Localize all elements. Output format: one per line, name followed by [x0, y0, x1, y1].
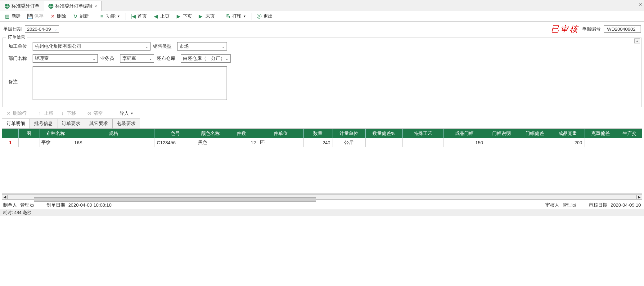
- cell-no[interactable]: 1: [2, 138, 19, 147]
- cell-width_desc[interactable]: [485, 138, 518, 147]
- doc-date-input[interactable]: 2020-04-09 ⌄: [25, 25, 59, 33]
- new-label: 新建: [11, 13, 21, 19]
- dept-combo[interactable]: 经理室 ⌄: [33, 54, 98, 63]
- new-icon: ▤: [4, 14, 10, 19]
- column-header[interactable]: 门幅偏差: [518, 129, 551, 138]
- detail-tab-0[interactable]: 订单明细: [2, 118, 30, 128]
- warehouse-combo[interactable]: 白坯仓库（一分厂） ⌄: [181, 54, 231, 63]
- cell-cloth_name[interactable]: 平纹: [39, 138, 72, 147]
- separator: [32, 110, 32, 117]
- refresh-icon: ↻: [72, 14, 78, 19]
- move-down-label: 下移: [67, 110, 76, 116]
- print-button[interactable]: 🖶 打印 ▼: [223, 12, 249, 20]
- column-header[interactable]: 计量单位: [332, 129, 365, 138]
- print-label: 打印: [232, 13, 241, 19]
- column-header[interactable]: 件数: [225, 129, 258, 138]
- table-row[interactable]: 1平纹16SC123456黑色12匹240公斤150200: [2, 138, 642, 147]
- first-page-button[interactable]: |◀ 首页: [128, 12, 149, 20]
- cell-delivery[interactable]: [617, 138, 642, 147]
- window-close-icon[interactable]: ×: [639, 1, 642, 8]
- column-header[interactable]: 色号: [155, 129, 196, 138]
- exit-button[interactable]: ⓧ 退出: [254, 12, 275, 20]
- column-header[interactable]: [2, 129, 19, 138]
- delete-label: 删除: [57, 13, 66, 19]
- last-icon: ▶|: [198, 14, 204, 19]
- chevron-down-icon: ⌄: [222, 44, 225, 49]
- clear-icon: ⊘: [86, 111, 92, 116]
- next-label: 下页: [183, 13, 192, 19]
- column-header[interactable]: 克重偏差: [584, 129, 617, 138]
- prev-page-button[interactable]: ◀ 上页: [151, 12, 172, 20]
- warehouse-value: 白坯仓库（一分厂）: [183, 56, 225, 61]
- column-header[interactable]: 生产交: [617, 129, 642, 138]
- tab-edit[interactable]: 标准委外订单编辑 ×: [44, 1, 102, 11]
- cell-img[interactable]: [19, 138, 39, 147]
- tab-list[interactable]: 标准委外订单: [0, 1, 44, 11]
- detail-tab-3[interactable]: 其它要求: [85, 118, 113, 128]
- prev-icon: ◀: [153, 14, 159, 19]
- scroll-thumb[interactable]: [34, 197, 316, 202]
- move-down-button: ↓ 下移: [57, 109, 79, 117]
- cell-piece_unit[interactable]: 匹: [258, 138, 303, 147]
- clear-button: ⊘ 清空: [84, 109, 105, 117]
- salesman-combo[interactable]: 李延军 ⌄: [120, 54, 154, 63]
- function-button[interactable]: ≡ 功能 ▼: [97, 12, 123, 20]
- scroll-left-icon[interactable]: ◀: [2, 195, 8, 199]
- column-header[interactable]: 门幅说明: [485, 129, 518, 138]
- auditor-label: 审核人: [545, 202, 559, 208]
- remark-textarea[interactable]: [33, 66, 227, 100]
- grid-toolbar: ✕ 删除行 ↑ 上移 ↓ 下移 ⊘ 清空 导入 ▼: [0, 108, 644, 118]
- column-header[interactable]: 规格: [72, 129, 155, 138]
- cell-special[interactable]: [403, 138, 444, 147]
- doc-date-label: 单据日期: [3, 26, 22, 32]
- column-header[interactable]: 布种名称: [39, 129, 72, 138]
- panel-collapse-button[interactable]: «: [634, 38, 640, 43]
- cell-weight[interactable]: 200: [551, 138, 584, 147]
- column-header[interactable]: 数量: [304, 129, 332, 138]
- cell-qty[interactable]: 240: [304, 138, 332, 147]
- auditor-value: 管理员: [562, 202, 576, 208]
- last-page-button[interactable]: ▶| 末页: [196, 12, 217, 20]
- cell-qty_dev[interactable]: [365, 138, 403, 147]
- cell-color_no[interactable]: C123456: [155, 138, 196, 147]
- detail-tab-1[interactable]: 批号信息: [29, 118, 57, 128]
- cell-uom[interactable]: 公斤: [332, 138, 365, 147]
- save-label: 保存: [34, 13, 43, 19]
- new-button[interactable]: ▤ 新建: [2, 12, 23, 20]
- detail-tab-2[interactable]: 订单要求: [57, 118, 85, 128]
- cell-width[interactable]: 150: [444, 138, 485, 147]
- grid-header-row: 图布种名称规格色号颜色名称件数件单位数量计量单位数量偏差%特殊工艺成品门幅门幅说…: [2, 129, 642, 138]
- cell-width_dev[interactable]: [518, 138, 551, 147]
- cell-spec[interactable]: 16S: [72, 138, 155, 147]
- column-header[interactable]: 图: [19, 129, 39, 138]
- sale-type-combo[interactable]: 市场 ⌄: [177, 42, 227, 51]
- cell-weight_dev[interactable]: [584, 138, 617, 147]
- audit-stamp: 已审核: [551, 24, 579, 34]
- chevron-down-icon: ▼: [243, 15, 246, 18]
- chevron-down-icon: ▼: [130, 112, 133, 115]
- scroll-right-icon[interactable]: ▶: [636, 195, 642, 199]
- delete-button[interactable]: ✕ 删除: [47, 12, 69, 20]
- separator: [108, 110, 108, 117]
- cell-pieces[interactable]: 12: [225, 138, 258, 147]
- column-header[interactable]: 数量偏差%: [365, 129, 403, 138]
- list-icon: ≡: [99, 14, 105, 19]
- tab-edit-label: 标准委外订单编辑: [55, 3, 92, 9]
- tab-close-icon[interactable]: ×: [94, 3, 97, 9]
- refresh-button[interactable]: ↻ 刷新: [70, 12, 91, 20]
- document-footer: 制单人 管理员 制单日期 2020-04-09 10:08:10 审核人 管理员…: [0, 201, 644, 209]
- salesman-label: 业务员: [100, 56, 118, 61]
- main-toolbar: ▤ 新建 💾 保存 ✕ 删除 ↻ 刷新 ≡ 功能 ▼ |◀ 首页 ◀ 上页 ▶ …: [0, 11, 644, 22]
- cell-color_name[interactable]: 黑色: [196, 138, 225, 147]
- column-header[interactable]: 成品门幅: [444, 129, 485, 138]
- last-label: 末页: [205, 13, 215, 19]
- proc-unit-combo[interactable]: 杭州电化集团有限公司 ⌄: [33, 42, 151, 51]
- import-button[interactable]: 导入 ▼: [110, 109, 136, 117]
- detail-tab-4[interactable]: 包装要求: [112, 118, 140, 128]
- column-header[interactable]: 成品克重: [551, 129, 584, 138]
- next-page-button[interactable]: ▶ 下页: [173, 12, 195, 20]
- column-header[interactable]: 件单位: [258, 129, 303, 138]
- horizontal-scrollbar[interactable]: ◀ ▶: [2, 194, 642, 200]
- column-header[interactable]: 颜色名称: [196, 129, 225, 138]
- column-header[interactable]: 特殊工艺: [403, 129, 444, 138]
